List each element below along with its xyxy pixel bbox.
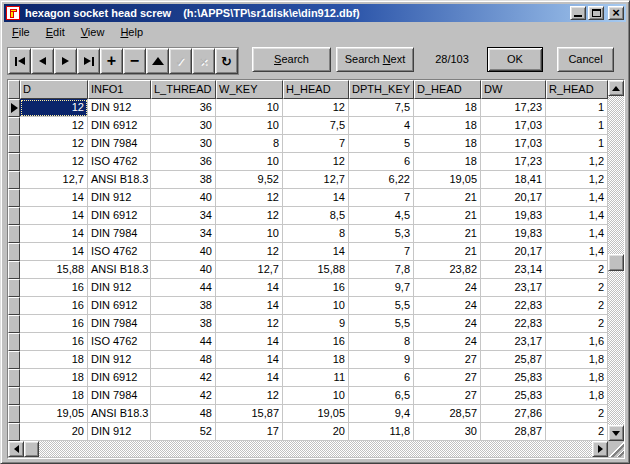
cell-h_head[interactable]: 10 bbox=[283, 387, 349, 405]
cell-r_head[interactable]: 1,6 bbox=[546, 333, 608, 351]
column-header-r_head[interactable]: R_HEAD bbox=[546, 80, 608, 99]
cell-r_head[interactable]: 2 bbox=[546, 423, 608, 441]
cell-dw[interactable]: 25,83 bbox=[481, 369, 546, 387]
cell-h_head[interactable]: 9 bbox=[283, 315, 349, 333]
cell-dw[interactable]: 17,23 bbox=[481, 153, 546, 171]
scroll-down-button[interactable] bbox=[608, 425, 624, 441]
minimize-button[interactable] bbox=[570, 6, 586, 20]
cell-d_head[interactable]: 18 bbox=[414, 117, 481, 135]
cell-r_head[interactable]: 2 bbox=[546, 279, 608, 297]
cell-info1[interactable]: DIN 7984 bbox=[88, 135, 151, 153]
cell-h_head[interactable]: 14 bbox=[283, 243, 349, 261]
cell-info1[interactable]: ANSI B18.3 bbox=[88, 171, 151, 189]
cell-h_head[interactable]: 7,5 bbox=[283, 117, 349, 135]
cell-l_thread[interactable]: 38 bbox=[151, 171, 216, 189]
cell-d[interactable]: 14 bbox=[20, 243, 88, 261]
cell-w_key[interactable]: 14 bbox=[216, 297, 283, 315]
cell-d[interactable]: 20 bbox=[20, 423, 88, 441]
cell-dw[interactable]: 27,86 bbox=[481, 405, 546, 423]
cell-r_head[interactable]: 1 bbox=[546, 135, 608, 153]
cell-l_thread[interactable]: 34 bbox=[151, 225, 216, 243]
cell-dw[interactable]: 23,17 bbox=[481, 279, 546, 297]
cell-d_head[interactable]: 28,57 bbox=[414, 405, 481, 423]
cell-d[interactable]: 18 bbox=[20, 369, 88, 387]
last-record-button[interactable] bbox=[77, 48, 100, 74]
cell-w_key[interactable]: 14 bbox=[216, 369, 283, 387]
cell-d_head[interactable]: 30 bbox=[414, 423, 481, 441]
cell-r_head[interactable]: 2 bbox=[546, 261, 608, 279]
cell-l_thread[interactable]: 40 bbox=[151, 243, 216, 261]
column-header-d_head[interactable]: D_HEAD bbox=[414, 80, 481, 99]
cell-r_head[interactable]: 1 bbox=[546, 117, 608, 135]
cell-l_thread[interactable]: 40 bbox=[151, 189, 216, 207]
cell-w_key[interactable]: 14 bbox=[216, 333, 283, 351]
cell-r_head[interactable]: 2 bbox=[546, 405, 608, 423]
cell-dpth_key[interactable]: 6 bbox=[349, 153, 414, 171]
cell-dw[interactable]: 20,17 bbox=[481, 189, 546, 207]
insert-record-button[interactable]: + bbox=[100, 48, 123, 74]
cell-l_thread[interactable]: 40 bbox=[151, 261, 216, 279]
cell-h_head[interactable]: 14 bbox=[283, 189, 349, 207]
cell-info1[interactable]: ISO 4762 bbox=[88, 153, 151, 171]
cell-dpth_key[interactable]: 7 bbox=[349, 189, 414, 207]
scroll-right-button[interactable] bbox=[592, 441, 608, 457]
cell-l_thread[interactable]: 52 bbox=[151, 423, 216, 441]
cell-info1[interactable]: DIN 912 bbox=[88, 351, 151, 369]
cell-dpth_key[interactable]: 4 bbox=[349, 117, 414, 135]
cell-h_head[interactable]: 12 bbox=[283, 99, 349, 117]
cell-d_head[interactable]: 18 bbox=[414, 135, 481, 153]
cell-h_head[interactable]: 16 bbox=[283, 333, 349, 351]
cell-l_thread[interactable]: 30 bbox=[151, 117, 216, 135]
cancel-button[interactable]: Cancel bbox=[557, 47, 614, 72]
cell-dw[interactable]: 17,23 bbox=[481, 99, 546, 117]
cell-w_key[interactable]: 14 bbox=[216, 351, 283, 369]
cell-r_head[interactable]: 1,8 bbox=[546, 369, 608, 387]
cell-dpth_key[interactable]: 5,5 bbox=[349, 315, 414, 333]
cell-dpth_key[interactable]: 7,8 bbox=[349, 261, 414, 279]
cell-dw[interactable]: 23,14 bbox=[481, 261, 546, 279]
cell-w_key[interactable]: 15,87 bbox=[216, 405, 283, 423]
cell-d[interactable]: 12 bbox=[20, 153, 88, 171]
menu-view[interactable]: View bbox=[74, 24, 112, 41]
cell-info1[interactable]: ANSI B18.3 bbox=[88, 261, 151, 279]
cell-h_head[interactable]: 8 bbox=[283, 225, 349, 243]
cell-h_head[interactable]: 10 bbox=[283, 297, 349, 315]
cell-info1[interactable]: ISO 4762 bbox=[88, 333, 151, 351]
cell-dpth_key[interactable]: 9 bbox=[349, 351, 414, 369]
cell-dpth_key[interactable]: 5 bbox=[349, 135, 414, 153]
cell-l_thread[interactable]: 36 bbox=[151, 99, 216, 117]
cell-dpth_key[interactable]: 7 bbox=[349, 243, 414, 261]
column-header-dw[interactable]: DW bbox=[481, 80, 546, 99]
cell-info1[interactable]: DIN 912 bbox=[88, 423, 151, 441]
cell-w_key[interactable]: 12 bbox=[216, 387, 283, 405]
cell-d[interactable]: 12,7 bbox=[20, 171, 88, 189]
prior-record-button[interactable] bbox=[31, 48, 54, 74]
cell-w_key[interactable]: 10 bbox=[216, 117, 283, 135]
cell-h_head[interactable]: 11 bbox=[283, 369, 349, 387]
cell-l_thread[interactable]: 38 bbox=[151, 297, 216, 315]
cell-r_head[interactable]: 1,4 bbox=[546, 243, 608, 261]
column-header-l_thread[interactable]: L_THREAD bbox=[151, 80, 216, 99]
scroll-left-button[interactable] bbox=[8, 441, 24, 457]
cell-dw[interactable]: 17,03 bbox=[481, 135, 546, 153]
menu-help[interactable]: Help bbox=[113, 24, 150, 41]
cell-info1[interactable]: DIN 912 bbox=[88, 99, 151, 117]
cell-d_head[interactable]: 27 bbox=[414, 351, 481, 369]
cell-l_thread[interactable]: 30 bbox=[151, 135, 216, 153]
column-header-w_key[interactable]: W_KEY bbox=[216, 80, 283, 99]
cell-d_head[interactable]: 24 bbox=[414, 315, 481, 333]
cell-h_head[interactable]: 8,5 bbox=[283, 207, 349, 225]
cell-d_head[interactable]: 18 bbox=[414, 153, 481, 171]
cell-dpth_key[interactable]: 6 bbox=[349, 369, 414, 387]
cell-l_thread[interactable]: 44 bbox=[151, 333, 216, 351]
cell-info1[interactable]: DIN 6912 bbox=[88, 117, 151, 135]
cell-w_key[interactable]: 10 bbox=[216, 225, 283, 243]
cell-r_head[interactable]: 1,4 bbox=[546, 207, 608, 225]
cell-h_head[interactable]: 18 bbox=[283, 351, 349, 369]
cell-d_head[interactable]: 27 bbox=[414, 369, 481, 387]
cell-d[interactable]: 12 bbox=[20, 135, 88, 153]
cell-w_key[interactable]: 12 bbox=[216, 243, 283, 261]
column-header-h_head[interactable]: H_HEAD bbox=[283, 80, 349, 99]
cell-l_thread[interactable]: 48 bbox=[151, 405, 216, 423]
vertical-scroll-thumb[interactable] bbox=[608, 254, 624, 271]
